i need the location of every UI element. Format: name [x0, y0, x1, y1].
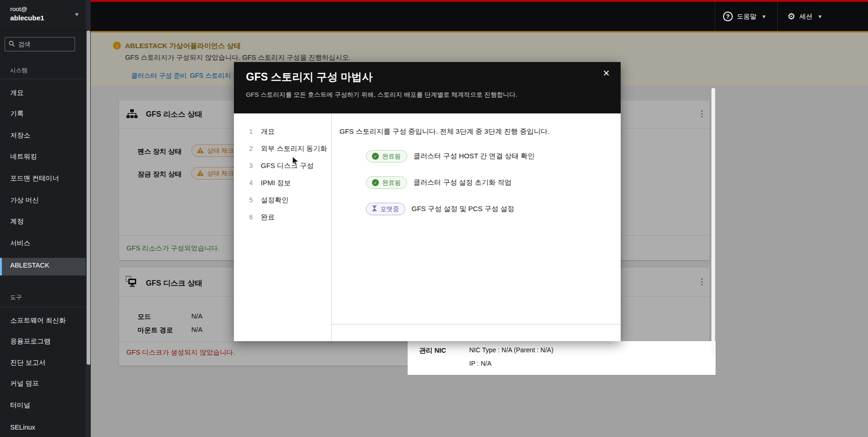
gear-icon: ⚙	[787, 12, 795, 21]
sidebar-item-applications[interactable]: 응용프로그램	[10, 336, 50, 346]
chevron-down-icon: ▾	[75, 10, 79, 19]
nic-ip-value: IP : N/A	[469, 360, 491, 367]
sidebar-item-logs[interactable]: 기록	[10, 108, 24, 119]
status-badge-running: 포맷중	[366, 203, 405, 215]
account-host: ablecube1	[10, 14, 44, 22]
status-badge-done: ✓ 완료됨	[366, 150, 407, 162]
sidebar-section-system: 시스템	[10, 66, 28, 75]
wizard-step-overview[interactable]: 1개요	[249, 127, 275, 136]
wizard-step-confirm-settings[interactable]: 5설정확인	[249, 195, 289, 205]
gfs-wizard-dialog: GFS 스토리지 구성 마법사 GFS 스토리지를 모든 호스트에 구성하기 위…	[234, 62, 621, 341]
sidebar-item-terminal[interactable]: 터미널	[10, 400, 31, 410]
account-menu[interactable]: root@ ablecube1 ▾	[0, 0, 86, 31]
chevron-down-icon: ▾	[762, 13, 766, 20]
sidebar-scrollbar[interactable]	[87, 31, 90, 365]
sidebar-item-services[interactable]: 서비스	[10, 238, 31, 248]
sidebar: root@ ablecube1 ▾ 시스템 개요 기록 저장소 네트워킹 포드맨…	[0, 0, 86, 437]
divider	[331, 324, 621, 325]
help-menu[interactable]: ? 도움말 ▾	[723, 2, 766, 31]
status-badge-done: ✓ 완료됨	[366, 176, 407, 189]
sidebar-item-accounts[interactable]: 계정	[10, 216, 24, 226]
search-input[interactable]	[18, 41, 71, 48]
close-icon[interactable]: ×	[603, 68, 610, 79]
content-scrollbar[interactable]	[711, 88, 715, 356]
nic-label: 관리 NIC	[419, 346, 446, 355]
wizard-step-ipmi-info[interactable]: 4IPMI 정보	[249, 178, 291, 187]
sidebar-item-storage[interactable]: 저장소	[10, 130, 31, 140]
sidebar-item-networking[interactable]: 네트워킹	[10, 151, 37, 162]
management-nic-panel: 관리 NIC NIC Type : N/A (Parent : N/A) IP …	[408, 341, 716, 375]
check-circle-icon: ✓	[372, 179, 379, 186]
divider	[777, 2, 778, 31]
sidebar-item-overview[interactable]: 개요	[10, 87, 24, 98]
session-menu[interactable]: ⚙ 세션 ▾	[787, 2, 822, 31]
sidebar-item-kernel-dump[interactable]: 커널 덤프	[10, 378, 39, 388]
divider	[0, 307, 86, 307]
selected-indicator	[0, 258, 2, 275]
hourglass-icon	[372, 205, 377, 213]
dialog-title: GFS 스토리지 구성 마법사	[246, 70, 372, 84]
check-circle-icon: ✓	[372, 153, 379, 160]
wizard-task: ✓ 완료됨 클러스터 구성 설정 초기화 작업	[366, 176, 511, 189]
wizard-task: ✓ 완료됨 클러스터 구성 HOST 간 연결 상태 확인	[366, 150, 535, 162]
nic-type-value: NIC Type : N/A (Parent : N/A)	[469, 346, 554, 354]
divider	[715, 2, 715, 31]
wizard-step-external-storage-sync[interactable]: 2외부 스토리지 동기화	[249, 144, 327, 153]
wizard-task: 포맷중 GFS 구성 설정 및 PCS 구성 설정	[366, 203, 514, 215]
dialog-header: GFS 스토리지 구성 마법사 GFS 스토리지를 모든 호스트에 구성하기 위…	[234, 62, 621, 113]
sidebar-scrollbar-track	[86, 0, 91, 437]
sidebar-item-virtual-machines[interactable]: 가상 머신	[10, 195, 39, 205]
search-icon	[9, 40, 15, 49]
divider	[331, 113, 332, 341]
divider	[0, 79, 86, 79]
sidebar-section-tools: 도구	[10, 293, 22, 302]
account-user: root@	[10, 6, 27, 12]
wizard-progress-intro: GFS 스토리지를 구성 중입니다. 전체 3단계 중 3단계 진행 중입니다.	[340, 127, 549, 136]
wizard-step-gfs-disk-config[interactable]: 3GFS 디스크 구성	[249, 161, 314, 170]
dialog-subtitle: GFS 스토리지를 모든 호스트에 구성하기 위해, 스토리지 배포를 단계별로…	[246, 91, 517, 99]
masthead: ? 도움말 ▾ ⚙ 세션 ▾	[91, 0, 868, 31]
help-icon: ?	[723, 12, 733, 21]
wizard-step-complete[interactable]: 6완료	[249, 212, 275, 222]
chevron-down-icon: ▾	[818, 13, 822, 20]
sidebar-item-selinux[interactable]: SELinux	[10, 422, 35, 432]
sidebar-item-diagnostic-reports[interactable]: 진단 보고서	[10, 357, 46, 368]
search-box[interactable]	[5, 37, 75, 51]
sidebar-item-software-updates[interactable]: 소프트웨어 최신화	[10, 315, 66, 325]
sidebar-item-podman-containers[interactable]: 포드맨 컨테이너	[10, 173, 59, 183]
sidebar-item-ablestack[interactable]: ABLESTACK	[0, 258, 86, 275]
